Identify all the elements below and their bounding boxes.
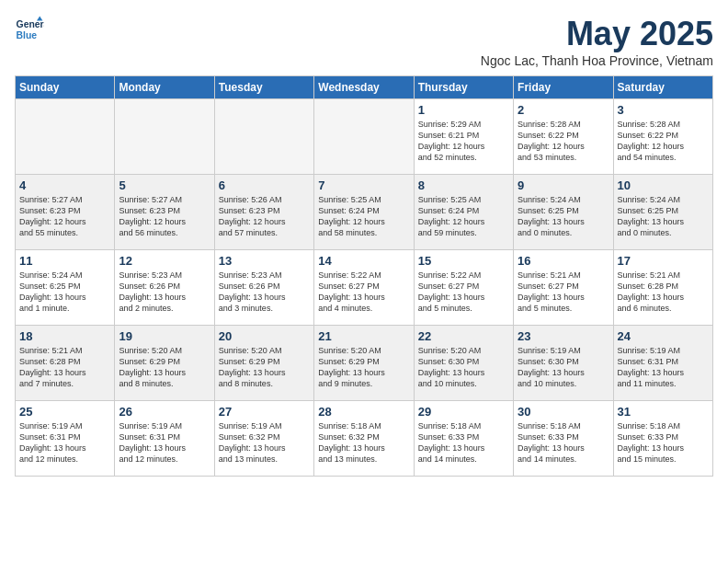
- day-info: Sunrise: 5:18 AM Sunset: 6:33 PM Dayligh…: [418, 420, 509, 465]
- day-number: 5: [119, 178, 210, 192]
- day-number: 8: [418, 178, 509, 192]
- day-cell: 3Sunrise: 5:28 AM Sunset: 6:22 PM Daylig…: [613, 99, 712, 175]
- day-cell: 10Sunrise: 5:24 AM Sunset: 6:25 PM Dayli…: [613, 175, 712, 250]
- day-number: 9: [518, 178, 609, 192]
- day-cell: [115, 99, 214, 175]
- day-info: Sunrise: 5:20 AM Sunset: 6:30 PM Dayligh…: [418, 345, 509, 390]
- day-info: Sunrise: 5:27 AM Sunset: 6:23 PM Dayligh…: [119, 194, 210, 239]
- day-number: 30: [518, 405, 609, 419]
- logo-icon: General Blue: [15, 15, 44, 44]
- day-info: Sunrise: 5:19 AM Sunset: 6:31 PM Dayligh…: [19, 420, 110, 465]
- day-number: 23: [518, 329, 609, 343]
- day-cell: 16Sunrise: 5:21 AM Sunset: 6:27 PM Dayli…: [514, 250, 613, 326]
- day-info: Sunrise: 5:23 AM Sunset: 6:26 PM Dayligh…: [219, 270, 310, 315]
- day-cell: 13Sunrise: 5:23 AM Sunset: 6:26 PM Dayli…: [214, 250, 313, 326]
- logo: General Blue: [15, 15, 44, 44]
- day-number: 25: [19, 405, 110, 419]
- day-number: 22: [418, 329, 509, 343]
- day-cell: 11Sunrise: 5:24 AM Sunset: 6:25 PM Dayli…: [16, 250, 115, 326]
- day-info: Sunrise: 5:29 AM Sunset: 6:21 PM Dayligh…: [418, 119, 509, 164]
- day-number: 21: [318, 329, 409, 343]
- day-info: Sunrise: 5:21 AM Sunset: 6:27 PM Dayligh…: [518, 270, 609, 315]
- day-cell: 30Sunrise: 5:18 AM Sunset: 6:33 PM Dayli…: [514, 401, 613, 477]
- day-info: Sunrise: 5:22 AM Sunset: 6:27 PM Dayligh…: [418, 270, 509, 315]
- day-number: 17: [618, 254, 709, 268]
- day-cell: 26Sunrise: 5:19 AM Sunset: 6:31 PM Dayli…: [115, 401, 214, 477]
- day-info: Sunrise: 5:20 AM Sunset: 6:29 PM Dayligh…: [318, 345, 409, 390]
- svg-marker-2: [37, 17, 42, 21]
- svg-text:Blue: Blue: [17, 30, 38, 40]
- day-number: 20: [219, 329, 310, 343]
- day-cell: 23Sunrise: 5:19 AM Sunset: 6:30 PM Dayli…: [514, 326, 613, 401]
- day-number: 11: [19, 254, 110, 268]
- day-number: 12: [119, 254, 210, 268]
- day-number: 7: [318, 178, 409, 192]
- day-cell: 25Sunrise: 5:19 AM Sunset: 6:31 PM Dayli…: [16, 401, 115, 477]
- day-cell: 1Sunrise: 5:29 AM Sunset: 6:21 PM Daylig…: [414, 99, 513, 175]
- day-info: Sunrise: 5:20 AM Sunset: 6:29 PM Dayligh…: [219, 345, 310, 390]
- day-number: 19: [119, 329, 210, 343]
- day-info: Sunrise: 5:19 AM Sunset: 6:31 PM Dayligh…: [618, 345, 709, 390]
- day-number: 13: [219, 254, 310, 268]
- day-cell: 2Sunrise: 5:28 AM Sunset: 6:22 PM Daylig…: [514, 99, 613, 175]
- day-cell: 22Sunrise: 5:20 AM Sunset: 6:30 PM Dayli…: [414, 326, 513, 401]
- day-number: 16: [518, 254, 609, 268]
- day-info: Sunrise: 5:19 AM Sunset: 6:31 PM Dayligh…: [119, 420, 210, 465]
- day-cell: 24Sunrise: 5:19 AM Sunset: 6:31 PM Dayli…: [613, 326, 712, 401]
- day-cell: 9Sunrise: 5:24 AM Sunset: 6:25 PM Daylig…: [514, 175, 613, 250]
- day-cell: 15Sunrise: 5:22 AM Sunset: 6:27 PM Dayli…: [414, 250, 513, 326]
- day-cell: 21Sunrise: 5:20 AM Sunset: 6:29 PM Dayli…: [314, 326, 414, 401]
- day-info: Sunrise: 5:24 AM Sunset: 6:25 PM Dayligh…: [618, 194, 709, 239]
- day-info: Sunrise: 5:19 AM Sunset: 6:32 PM Dayligh…: [219, 420, 310, 465]
- title-area: May 2025 Ngoc Lac, Thanh Hoa Province, V…: [481, 15, 713, 68]
- day-number: 26: [119, 405, 210, 419]
- header-cell-saturday: Saturday: [613, 76, 712, 99]
- day-cell: [214, 99, 313, 175]
- day-number: 31: [618, 405, 709, 419]
- day-cell: 29Sunrise: 5:18 AM Sunset: 6:33 PM Dayli…: [414, 401, 513, 477]
- day-number: 1: [418, 103, 509, 117]
- day-info: Sunrise: 5:18 AM Sunset: 6:32 PM Dayligh…: [318, 420, 409, 465]
- day-cell: 19Sunrise: 5:20 AM Sunset: 6:29 PM Dayli…: [115, 326, 214, 401]
- day-cell: 7Sunrise: 5:25 AM Sunset: 6:24 PM Daylig…: [314, 175, 414, 250]
- header-cell-sunday: Sunday: [16, 76, 115, 99]
- day-cell: 17Sunrise: 5:21 AM Sunset: 6:28 PM Dayli…: [613, 250, 712, 326]
- header-cell-tuesday: Tuesday: [214, 76, 313, 99]
- week-row-5: 25Sunrise: 5:19 AM Sunset: 6:31 PM Dayli…: [16, 401, 713, 477]
- day-cell: 4Sunrise: 5:27 AM Sunset: 6:23 PM Daylig…: [16, 175, 115, 250]
- day-cell: 27Sunrise: 5:19 AM Sunset: 6:32 PM Dayli…: [214, 401, 313, 477]
- header-cell-wednesday: Wednesday: [314, 76, 414, 99]
- day-number: 14: [318, 254, 409, 268]
- day-number: 18: [19, 329, 110, 343]
- day-info: Sunrise: 5:28 AM Sunset: 6:22 PM Dayligh…: [518, 119, 609, 164]
- day-info: Sunrise: 5:18 AM Sunset: 6:33 PM Dayligh…: [518, 420, 609, 465]
- day-cell: 8Sunrise: 5:25 AM Sunset: 6:24 PM Daylig…: [414, 175, 513, 250]
- day-info: Sunrise: 5:21 AM Sunset: 6:28 PM Dayligh…: [618, 270, 709, 315]
- calendar-table: SundayMondayTuesdayWednesdayThursdayFrid…: [15, 75, 713, 477]
- header-cell-monday: Monday: [115, 76, 214, 99]
- day-cell: [314, 99, 414, 175]
- day-info: Sunrise: 5:22 AM Sunset: 6:27 PM Dayligh…: [318, 270, 409, 315]
- day-number: 3: [618, 103, 709, 117]
- week-row-4: 18Sunrise: 5:21 AM Sunset: 6:28 PM Dayli…: [16, 326, 713, 401]
- day-number: 27: [219, 405, 310, 419]
- day-cell: 12Sunrise: 5:23 AM Sunset: 6:26 PM Dayli…: [115, 250, 214, 326]
- day-info: Sunrise: 5:24 AM Sunset: 6:25 PM Dayligh…: [518, 194, 609, 239]
- day-cell: 6Sunrise: 5:26 AM Sunset: 6:23 PM Daylig…: [214, 175, 313, 250]
- day-info: Sunrise: 5:27 AM Sunset: 6:23 PM Dayligh…: [19, 194, 110, 239]
- day-info: Sunrise: 5:19 AM Sunset: 6:30 PM Dayligh…: [518, 345, 609, 390]
- header-cell-friday: Friday: [514, 76, 613, 99]
- day-info: Sunrise: 5:23 AM Sunset: 6:26 PM Dayligh…: [119, 270, 210, 315]
- day-cell: 31Sunrise: 5:18 AM Sunset: 6:33 PM Dayli…: [613, 401, 712, 477]
- header-row: SundayMondayTuesdayWednesdayThursdayFrid…: [16, 76, 713, 99]
- day-info: Sunrise: 5:18 AM Sunset: 6:33 PM Dayligh…: [618, 420, 709, 465]
- day-info: Sunrise: 5:25 AM Sunset: 6:24 PM Dayligh…: [418, 194, 509, 239]
- day-info: Sunrise: 5:21 AM Sunset: 6:28 PM Dayligh…: [19, 345, 110, 390]
- day-info: Sunrise: 5:28 AM Sunset: 6:22 PM Dayligh…: [618, 119, 709, 164]
- week-row-3: 11Sunrise: 5:24 AM Sunset: 6:25 PM Dayli…: [16, 250, 713, 326]
- header-cell-thursday: Thursday: [414, 76, 513, 99]
- day-number: 2: [518, 103, 609, 117]
- month-title: May 2025: [481, 15, 713, 53]
- day-info: Sunrise: 5:20 AM Sunset: 6:29 PM Dayligh…: [119, 345, 210, 390]
- day-number: 10: [618, 178, 709, 192]
